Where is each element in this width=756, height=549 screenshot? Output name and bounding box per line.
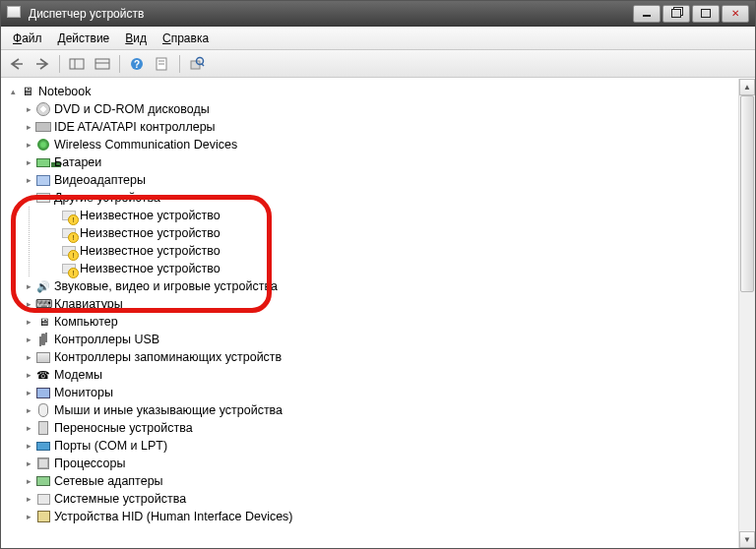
menu-file[interactable]: Файл [5, 29, 50, 48]
tree-item-label: Переносные устройства [54, 419, 197, 437]
tree-category[interactable]: ▸Мониторы [5, 384, 738, 401]
tree-category[interactable]: ▴Другие устройства [5, 189, 738, 207]
portable-icon [35, 420, 51, 436]
console-tree-icon [69, 57, 85, 71]
menu-action[interactable]: Действие [50, 29, 118, 48]
system-icon [35, 491, 51, 507]
expand-toggle[interactable]: ▸ [23, 348, 34, 366]
tree-category[interactable]: ▸Процессоры [5, 455, 738, 472]
expand-toggle[interactable]: ▸ [23, 490, 34, 508]
menu-help[interactable]: Справка [155, 29, 217, 48]
properties-button[interactable] [151, 53, 174, 75]
tree-category[interactable]: ▸Сетевые адаптеры [5, 472, 738, 490]
toolbar-separator [179, 55, 180, 73]
scroll-thumb[interactable] [740, 95, 754, 292]
expand-toggle[interactable]: ▸ [23, 366, 34, 384]
expand-toggle[interactable]: ▸ [23, 171, 34, 189]
tree-category[interactable]: ▸Переносные устройства [5, 419, 738, 437]
expand-toggle[interactable]: ▸ [23, 384, 34, 401]
tree-category[interactable]: ▸Системные устройства [5, 490, 738, 508]
help-button[interactable]: ? [125, 53, 149, 75]
tree-item-label: Мониторы [54, 384, 117, 401]
expand-toggle[interactable]: ▸ [23, 118, 34, 136]
forward-button[interactable] [31, 53, 54, 75]
tree-root[interactable]: ▴Notebook [5, 83, 738, 100]
tree-category[interactable]: ▸Клавиатуры [5, 295, 738, 313]
expand-toggle[interactable]: ▸ [23, 455, 34, 472]
back-button[interactable] [5, 53, 29, 75]
tree-category[interactable]: ▸Контроллеры запоминающих устройств [5, 348, 738, 366]
tree-category[interactable]: ▸Компьютер [5, 313, 738, 331]
tree-category[interactable]: ▸Устройства HID (Human Interface Devices… [5, 508, 738, 525]
properties-icon [155, 57, 170, 71]
tree-category[interactable]: ▸Батареи [5, 153, 738, 171]
port-icon [35, 438, 51, 454]
window-controls: ✕ [633, 5, 749, 23]
expand-toggle[interactable]: ▸ [23, 472, 34, 490]
restore-button[interactable] [662, 5, 690, 23]
scroll-track[interactable] [739, 95, 755, 531]
tree-category[interactable]: ▸IDE ATA/ATAPI контроллеры [5, 118, 738, 136]
expand-toggle[interactable]: ▸ [23, 331, 34, 348]
show-hide-tree-button[interactable] [65, 53, 89, 75]
expand-toggle[interactable]: ▸ [23, 508, 34, 525]
expand-toggle[interactable]: ▸ [23, 277, 34, 295]
monitor-icon [35, 385, 51, 400]
tree-item-label: Батареи [54, 153, 105, 171]
close-button[interactable]: ✕ [722, 5, 749, 23]
tree-category[interactable]: ▸Контроллеры USB [5, 331, 738, 348]
tree-device[interactable]: Неизвестное устройство [5, 224, 738, 242]
collapse-toggle[interactable]: ▴ [7, 83, 19, 100]
menu-view[interactable]: Вид [117, 29, 155, 48]
vertical-scrollbar[interactable]: ▲ ▼ [738, 79, 755, 548]
unknown-icon [61, 261, 77, 276]
expand-toggle[interactable]: ▸ [23, 401, 34, 419]
content-area: ▴Notebook▸DVD и CD-ROM дисководы▸IDE ATA… [1, 78, 755, 548]
tree-category[interactable]: ▸Видеоадаптеры [5, 171, 738, 189]
titlebar[interactable]: Диспетчер устройств ✕ [1, 1, 755, 27]
tree-category[interactable]: ▸Модемы [5, 366, 738, 384]
mouse-icon [35, 402, 51, 418]
tree-item-label: Мыши и иные указывающие устройства [54, 401, 286, 419]
modem-icon [35, 367, 51, 383]
maximize-button[interactable] [692, 5, 720, 23]
tree-item-label: Звуковые, видео и игровые устройства [54, 277, 282, 295]
expand-toggle[interactable]: ▸ [23, 313, 34, 331]
scroll-down-button[interactable]: ▼ [739, 531, 755, 548]
tree-category[interactable]: ▸Мыши и иные указывающие устройства [5, 401, 738, 419]
tree-item-label: Процессоры [54, 455, 129, 472]
tree-category[interactable]: ▸DVD и CD-ROM дисководы [5, 100, 738, 118]
scan-hardware-button[interactable] [185, 53, 209, 75]
tree-item-label: Неизвестное устройство [80, 260, 224, 277]
other-icon [35, 190, 51, 206]
tree-item-label: Модемы [54, 366, 106, 384]
tree-item-label: Клавиатуры [54, 295, 127, 313]
arrow-left-icon [9, 57, 25, 71]
details-button[interactable] [91, 53, 114, 75]
toolbar: ? [1, 50, 755, 78]
tree-device[interactable]: Неизвестное устройство [5, 207, 738, 224]
scroll-up-button[interactable]: ▲ [739, 79, 755, 95]
tree-item-label: Компьютер [54, 313, 122, 331]
tree-device[interactable]: Неизвестное устройство [5, 242, 738, 260]
tree-item-label: Неизвестное устройство [80, 224, 224, 242]
expand-toggle[interactable]: ▸ [23, 153, 34, 171]
tree-children: Неизвестное устройствоНеизвестное устрой… [5, 207, 738, 277]
tree-category[interactable]: ▸Порты (COM и LPT) [5, 437, 738, 455]
tree-item-label: Устройства HID (Human Interface Devices) [54, 508, 297, 525]
toolbar-separator [59, 55, 60, 73]
scan-icon [189, 56, 205, 72]
tree-category[interactable]: ▸Звуковые, видео и игровые устройства [5, 277, 738, 295]
tree-category[interactable]: ▸Wireless Communication Devices [5, 136, 738, 153]
expand-toggle[interactable]: ▸ [23, 136, 34, 153]
expand-toggle[interactable]: ▸ [23, 437, 34, 455]
collapse-toggle[interactable]: ▴ [23, 189, 34, 207]
device-tree[interactable]: ▴Notebook▸DVD и CD-ROM дисководы▸IDE ATA… [1, 79, 738, 548]
tree-item-label: Другие устройства [54, 189, 164, 207]
expand-toggle[interactable]: ▸ [23, 100, 34, 118]
tree-device[interactable]: Неизвестное устройство [5, 260, 738, 277]
expand-toggle[interactable]: ▸ [23, 295, 34, 313]
minimize-button[interactable] [633, 5, 661, 23]
expand-toggle[interactable]: ▸ [23, 419, 34, 437]
cpu-icon [35, 456, 51, 471]
